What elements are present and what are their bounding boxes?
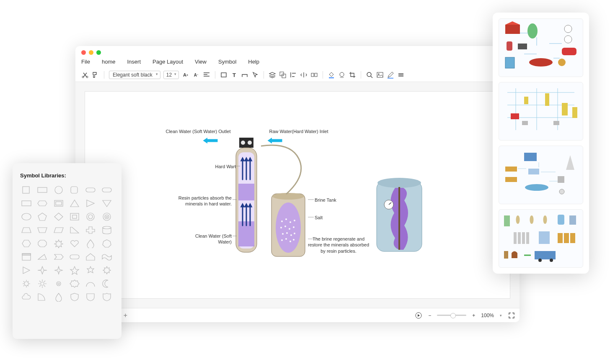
- layers-icon[interactable]: [269, 71, 276, 79]
- menu-home[interactable]: home: [102, 59, 116, 65]
- drawing-canvas[interactable]: Clean Water (Soft Water) Outlet Raw Wate…: [85, 91, 510, 299]
- pen-icon[interactable]: [387, 71, 394, 79]
- canvas-area[interactable]: Clean Water (Soft Water) Outlet Raw Wate…: [75, 82, 520, 308]
- sym-diamond[interactable]: [52, 211, 65, 222]
- sym-drop2[interactable]: [84, 238, 97, 249]
- sym-oct[interactable]: [36, 238, 49, 249]
- sym-trap2[interactable]: [36, 225, 49, 236]
- search-icon[interactable]: [366, 71, 373, 79]
- sym-donut-sq[interactable]: [68, 211, 81, 222]
- menu-view[interactable]: View: [195, 59, 207, 65]
- close-window-dot[interactable]: [81, 50, 86, 55]
- menu-symbol[interactable]: Symbol: [218, 59, 236, 65]
- sym-pill2[interactable]: [68, 251, 81, 262]
- menu-insert[interactable]: Insert: [127, 59, 141, 65]
- sym-ellipse[interactable]: [20, 211, 33, 222]
- sym-gear[interactable]: [36, 278, 49, 289]
- zoom-out-button[interactable]: −: [428, 313, 431, 318]
- same-size-icon[interactable]: [310, 71, 318, 79]
- sym-arc[interactable]: [84, 278, 97, 289]
- font-grow-icon[interactable]: A+: [182, 71, 189, 79]
- zoom-value[interactable]: 100%: [481, 313, 494, 318]
- sym-rect[interactable]: [36, 185, 49, 195]
- sym-target[interactable]: [101, 211, 113, 222]
- template-thumbnail-3[interactable]: [499, 146, 583, 204]
- fullscreen-icon[interactable]: [508, 312, 515, 319]
- sym-tri-right2[interactable]: [68, 225, 81, 236]
- sym-tri-play[interactable]: [20, 265, 33, 276]
- sym-capsule[interactable]: [101, 185, 113, 195]
- sym-heart[interactable]: [68, 238, 81, 249]
- more-icon[interactable]: [397, 71, 405, 79]
- sym-star6[interactable]: [84, 265, 97, 276]
- sym-para[interactable]: [52, 225, 65, 236]
- sym-sun[interactable]: [20, 278, 33, 289]
- minimize-window-dot[interactable]: [89, 50, 93, 55]
- sym-pentagon[interactable]: [36, 211, 49, 222]
- group-icon[interactable]: [279, 71, 287, 79]
- sym-moon[interactable]: [101, 278, 113, 289]
- sym-sparkle[interactable]: [52, 265, 65, 276]
- fill-color-icon[interactable]: [328, 71, 335, 79]
- sym-wave[interactable]: [101, 251, 113, 262]
- sym-tri-down[interactable]: [101, 198, 113, 209]
- sym-burst[interactable]: [52, 238, 65, 249]
- maximize-window-dot[interactable]: [96, 50, 101, 55]
- sym-rounded-square[interactable]: [68, 185, 81, 195]
- zoom-slider[interactable]: [437, 315, 466, 316]
- text-tool-icon[interactable]: T: [230, 71, 238, 79]
- sym-hept[interactable]: [101, 238, 113, 249]
- template-thumbnail-4[interactable]: [499, 209, 583, 268]
- format-painter-icon[interactable]: [92, 71, 99, 79]
- sym-shield2[interactable]: [84, 292, 97, 302]
- sym-gear2[interactable]: [52, 278, 65, 289]
- zoom-in-button[interactable]: +: [472, 313, 475, 318]
- shadow-icon[interactable]: [338, 71, 346, 79]
- sym-badge[interactable]: [68, 278, 81, 289]
- pointer-icon[interactable]: [251, 71, 259, 79]
- image-icon[interactable]: [376, 71, 384, 79]
- sym-rect2[interactable]: [20, 198, 33, 209]
- sym-square[interactable]: [20, 185, 33, 195]
- flip-icon[interactable]: [300, 71, 308, 79]
- sym-cylinder[interactable]: [101, 225, 113, 236]
- sym-shield3[interactable]: [101, 292, 113, 302]
- sym-cross[interactable]: [84, 225, 97, 236]
- sym-doc[interactable]: [20, 251, 33, 262]
- align-left-icon[interactable]: [203, 71, 210, 79]
- sym-chev[interactable]: [52, 251, 65, 262]
- template-thumbnail-2[interactable]: [499, 82, 583, 141]
- sym-house[interactable]: [84, 251, 97, 262]
- sym-frame[interactable]: [52, 198, 65, 209]
- sym-wedge[interactable]: [36, 251, 49, 262]
- shape-rect-icon[interactable]: [220, 71, 227, 79]
- sym-donut[interactable]: [84, 211, 97, 222]
- sym-rounded-rect[interactable]: [84, 185, 97, 195]
- sym-tri-right[interactable]: [84, 198, 97, 209]
- sym-tri-up[interactable]: [68, 198, 81, 209]
- font-shrink-icon[interactable]: A−: [192, 71, 200, 79]
- sym-drop[interactable]: [52, 292, 65, 302]
- template-thumbnail-1[interactable]: [499, 18, 583, 77]
- add-page-button[interactable]: +: [124, 312, 127, 319]
- brine-tank-shape[interactable]: [269, 192, 307, 259]
- storage-tank-shape[interactable]: [374, 175, 424, 255]
- crop-icon[interactable]: [349, 71, 356, 79]
- connector-icon[interactable]: [241, 71, 248, 79]
- sym-quarter[interactable]: [36, 292, 49, 302]
- align-icon[interactable]: [289, 71, 297, 79]
- sym-trap[interactable]: [20, 225, 33, 236]
- sym-shield[interactable]: [68, 292, 81, 302]
- menu-help[interactable]: Help: [248, 59, 259, 65]
- sym-star5[interactable]: [68, 265, 81, 276]
- sym-hex[interactable]: [20, 238, 33, 249]
- font-size-select[interactable]: 12: [163, 71, 179, 79]
- sym-star-multi[interactable]: [101, 265, 113, 276]
- menu-file[interactable]: File: [81, 59, 90, 65]
- menu-page-layout[interactable]: Page Layout: [152, 59, 183, 65]
- sym-cloud[interactable]: [20, 292, 33, 302]
- sym-hex-h[interactable]: [36, 198, 49, 209]
- present-icon[interactable]: [415, 312, 422, 319]
- sym-circle[interactable]: [52, 185, 65, 195]
- font-family-select[interactable]: Elegant soft black: [109, 71, 160, 79]
